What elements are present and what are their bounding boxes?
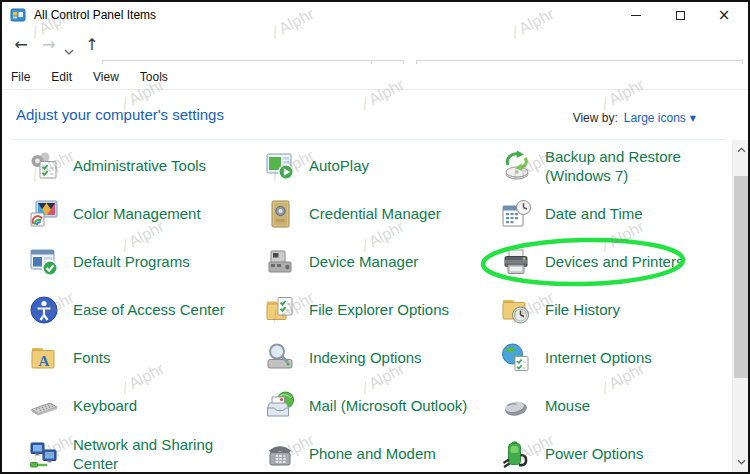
devices-and-printers-icon: [500, 246, 532, 278]
view-by-control: View by: Large icons ▼: [573, 111, 696, 125]
item-credential-manager[interactable]: Credential Manager: [250, 190, 486, 238]
control-panel-items-grid: Administrative Tools AutoPlay Backup and…: [14, 142, 730, 470]
item-file-history[interactable]: File History: [486, 286, 730, 334]
maximize-icon: [676, 11, 685, 20]
item-label: AutoPlay: [309, 156, 369, 176]
close-icon: ×: [718, 8, 731, 23]
item-device-manager[interactable]: Device Manager: [250, 238, 486, 286]
credential-manager-icon: [264, 198, 296, 230]
item-label: Fonts: [73, 348, 111, 368]
scroll-up-button[interactable]: [733, 142, 749, 158]
item-color-management[interactable]: Color Management: [14, 190, 250, 238]
item-label: Network and Sharing Center: [73, 435, 250, 471]
minimize-icon: [631, 15, 641, 16]
title-bar: All Control Panel Items ×: [2, 2, 748, 28]
item-label: Keyboard: [73, 396, 137, 416]
view-by-caret-icon: ▼: [690, 114, 696, 123]
item-fonts[interactable]: A Fonts: [14, 334, 250, 382]
mouse-icon: [500, 390, 532, 422]
item-backup-and-restore[interactable]: Backup and Restore (Windows 7): [486, 142, 730, 190]
forward-button[interactable]: →: [38, 28, 60, 64]
default-programs-icon: [28, 246, 60, 278]
maximize-button[interactable]: [658, 2, 702, 28]
menu-edit[interactable]: Edit: [51, 70, 72, 84]
up-button[interactable]: ↑: [82, 28, 102, 64]
control-panel-icon: [10, 7, 26, 23]
item-file-explorer-options[interactable]: File Explorer Options: [250, 286, 486, 334]
backup-and-restore-icon: [500, 150, 532, 182]
page-title: Adjust your computer's settings: [16, 106, 224, 123]
vertical-scrollbar[interactable]: [732, 140, 748, 472]
network-and-sharing-center-icon: [28, 438, 60, 470]
menu-file[interactable]: File: [11, 70, 30, 84]
fonts-icon: A: [28, 342, 60, 374]
item-mouse[interactable]: Mouse: [486, 382, 730, 430]
item-internet-options[interactable]: Internet Options: [486, 334, 730, 382]
file-explorer-options-icon: [264, 294, 296, 326]
back-button[interactable]: ←: [10, 28, 32, 64]
item-administrative-tools[interactable]: Administrative Tools: [14, 142, 250, 190]
item-keyboard[interactable]: Keyboard: [14, 382, 250, 430]
scroll-down-button[interactable]: [733, 454, 749, 470]
phone-and-modem-icon: [264, 438, 296, 470]
item-label: Mouse: [545, 396, 590, 416]
item-label: Administrative Tools: [73, 156, 206, 176]
navigation-bar: ← → ↑ › Cont... › All Control Panel Ite.…: [2, 28, 748, 64]
date-and-time-icon: [500, 198, 532, 230]
power-options-icon: [500, 438, 532, 470]
item-label: Color Management: [73, 204, 201, 224]
minimize-button[interactable]: [614, 2, 658, 28]
item-default-programs[interactable]: Default Programs: [14, 238, 250, 286]
item-label: File History: [545, 300, 620, 320]
file-history-icon: [500, 294, 532, 326]
ease-of-access-center-icon: [28, 294, 60, 326]
close-button[interactable]: ×: [702, 2, 746, 28]
item-label: Ease of Access Center: [73, 300, 225, 320]
mail-icon: [264, 390, 296, 422]
view-by-label: View by:: [573, 111, 618, 125]
item-label: Power Options: [545, 444, 643, 464]
item-network-and-sharing-center[interactable]: Network and Sharing Center: [14, 430, 250, 470]
internet-options-icon: [500, 342, 532, 374]
item-label: Date and Time: [545, 204, 643, 224]
scrollbar-thumb[interactable]: [734, 176, 748, 378]
item-label: Device Manager: [309, 252, 418, 272]
item-label: Devices and Printers: [545, 252, 683, 272]
menu-bar: FileEditViewTools: [2, 64, 748, 90]
item-label: Phone and Modem: [309, 444, 436, 464]
view-by-dropdown[interactable]: Large icons ▼: [624, 111, 696, 125]
item-date-and-time[interactable]: Date and Time: [486, 190, 730, 238]
indexing-options-icon: [264, 342, 296, 374]
item-devices-and-printers[interactable]: Devices and Printers: [486, 238, 730, 286]
item-indexing-options[interactable]: Indexing Options: [250, 334, 486, 382]
keyboard-icon: [28, 390, 60, 422]
item-label: Internet Options: [545, 348, 652, 368]
item-label: Mail (Microsoft Outlook): [309, 396, 467, 416]
color-management-icon: [28, 198, 60, 230]
item-label: Backup and Restore (Windows 7): [545, 147, 729, 186]
item-power-options[interactable]: Power Options: [486, 430, 730, 470]
menu-tools[interactable]: Tools: [140, 70, 168, 84]
item-autoplay[interactable]: AutoPlay: [250, 142, 486, 190]
recent-pages-chevron-icon[interactable]: [64, 42, 78, 60]
header-divider: [12, 139, 726, 140]
item-mail[interactable]: Mail (Microsoft Outlook): [250, 382, 486, 430]
window-title: All Control Panel Items: [34, 8, 156, 22]
menu-view[interactable]: View: [93, 70, 119, 84]
item-label: Indexing Options: [309, 348, 422, 368]
svg-text:A: A: [39, 353, 50, 369]
control-panel-window: All Control Panel Items × ← → ↑ › Cont..…: [0, 0, 750, 474]
item-label: Default Programs: [73, 252, 190, 272]
item-label: File Explorer Options: [309, 300, 449, 320]
item-ease-of-access-center[interactable]: Ease of Access Center: [14, 286, 250, 334]
item-label: Credential Manager: [309, 204, 441, 224]
device-manager-icon: [264, 246, 296, 278]
item-phone-and-modem[interactable]: Phone and Modem: [250, 430, 486, 470]
autoplay-icon: [264, 150, 296, 182]
administrative-tools-icon: [28, 150, 60, 182]
